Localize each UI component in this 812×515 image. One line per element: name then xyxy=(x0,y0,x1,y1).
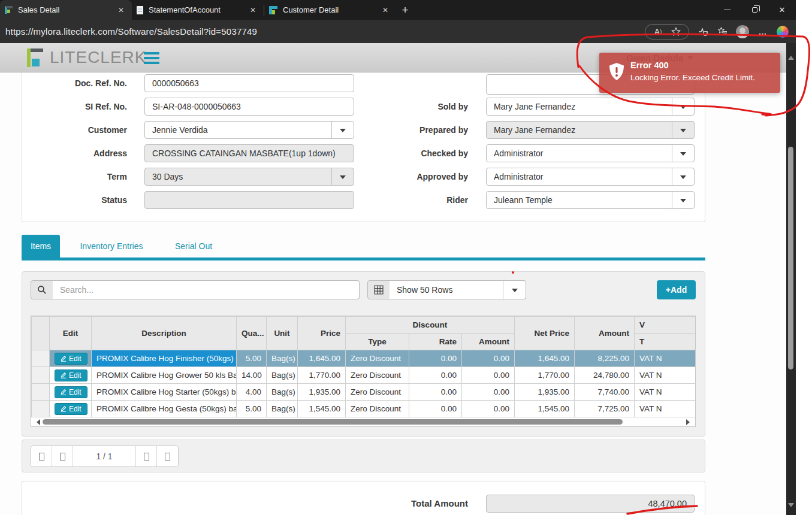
item-qty: 5.00 xyxy=(237,401,267,417)
browser-essentials-icon[interactable] xyxy=(698,26,708,37)
tab-close-icon[interactable]: ✕ xyxy=(248,6,258,14)
minimize-button[interactable] xyxy=(713,0,741,20)
restore-button[interactable] xyxy=(741,0,768,20)
settings-more-icon[interactable]: … xyxy=(757,26,768,37)
scroll-right-arrow[interactable] xyxy=(686,419,693,425)
rider-label: Rider xyxy=(358,191,468,209)
profile-avatar[interactable] xyxy=(736,25,749,38)
error-toast[interactable]: Error 400 Locking Error. Exceed Credit L… xyxy=(599,53,780,93)
chevron-down-icon[interactable] xyxy=(672,98,694,115)
next-page-button[interactable] xyxy=(136,446,157,466)
next-page-icon xyxy=(144,453,149,461)
table-row[interactable]: Edit PROMIX Calibre Hog Gesta (50kgs) ba… xyxy=(32,401,696,417)
chevron-down-icon[interactable] xyxy=(672,192,694,208)
edit-button[interactable]: Edit xyxy=(55,353,87,365)
customer-label: Customer xyxy=(22,121,127,139)
browser-tab-customer-detail[interactable]: Customer Detail ✕ xyxy=(264,0,396,20)
rider-select[interactable]: Juleann Temple xyxy=(486,191,695,209)
chevron-down-icon[interactable] xyxy=(503,281,526,299)
chevron-down-icon[interactable] xyxy=(331,122,354,138)
item-rate: 0.00 xyxy=(409,350,462,367)
window-controls: ✕ xyxy=(713,0,796,20)
item-rate: 0.00 xyxy=(409,401,462,417)
tab-title: Customer Detail xyxy=(283,5,375,14)
doc-ref-label: Doc. Ref. No. xyxy=(22,74,127,92)
favorite-star-icon[interactable] xyxy=(671,26,681,37)
item-vat: VAT N xyxy=(635,384,696,401)
approved-by-select[interactable]: Administrator xyxy=(486,168,695,186)
liteclerk-favicon xyxy=(269,6,277,14)
document-favicon xyxy=(137,6,143,14)
browser-tab-sales-detail[interactable]: Sales Detail ✕ xyxy=(0,0,132,20)
prepared-by-label: Prepared by xyxy=(358,121,468,139)
checked-by-select[interactable]: Administrator xyxy=(486,144,695,162)
scroll-down-arrow[interactable] xyxy=(788,503,794,510)
chevron-down-icon[interactable] xyxy=(672,145,694,162)
new-tab-button[interactable]: + xyxy=(396,0,414,20)
first-page-button[interactable] xyxy=(31,446,52,466)
scrollbar-thumb[interactable] xyxy=(788,147,793,369)
add-button[interactable]: +Add xyxy=(657,280,696,299)
prev-page-button[interactable] xyxy=(52,446,73,466)
address-label: Address xyxy=(22,144,127,162)
term-select: 30 Days xyxy=(144,168,354,186)
si-ref-label: SI Ref. No. xyxy=(22,98,127,116)
checked-by-label: Checked by xyxy=(358,144,468,162)
scroll-left-arrow[interactable] xyxy=(34,419,40,425)
url-text[interactable]: https://mylora.liteclerk.com/Software/Sa… xyxy=(5,26,257,37)
collections-icon[interactable] xyxy=(717,26,728,37)
item-description: PROMIX Calibre Hog Finisher (50kgs) bag xyxy=(92,350,237,367)
tab-inventory-entries[interactable]: Inventory Entries xyxy=(69,235,154,258)
close-window-button[interactable]: ✕ xyxy=(768,0,796,20)
chevron-down-icon xyxy=(672,122,694,138)
item-amount: 24,780.00 xyxy=(575,367,635,384)
item-unit: Bag(s) xyxy=(267,401,298,417)
table-row[interactable]: Edit PROMIX Calibre Hog Finisher (50kgs)… xyxy=(32,350,696,367)
url-bar[interactable]: https://mylora.liteclerk.com/Software/Sa… xyxy=(0,20,796,43)
edit-button[interactable]: Edit xyxy=(55,369,87,381)
scroll-up-arrow[interactable] xyxy=(788,53,794,60)
tab-items[interactable]: Items xyxy=(22,235,60,258)
tab-serial-out[interactable]: Serial Out xyxy=(161,235,227,258)
item-amount: 7,725.00 xyxy=(575,401,635,417)
edit-button[interactable]: Edit xyxy=(55,386,87,398)
customer-select[interactable]: Jennie Verdida xyxy=(144,121,354,139)
col-discount-type: Type xyxy=(346,334,409,350)
browser-tab-bar: Sales Detail ✕ StatementOfAccount ✕ Cust… xyxy=(0,0,796,20)
item-vat: VAT N xyxy=(635,401,696,417)
si-ref-input[interactable]: SI-AR-048-0000050663 xyxy=(144,98,354,116)
last-page-button[interactable] xyxy=(157,446,178,466)
rows-per-page-select[interactable]: Show 50 Rows xyxy=(390,280,526,299)
vertical-scrollbar[interactable] xyxy=(786,43,796,515)
tab-close-icon[interactable]: ✕ xyxy=(381,6,390,14)
tab-close-icon[interactable]: ✕ xyxy=(116,6,126,14)
brand-name: LITECLERK xyxy=(50,48,147,67)
item-net-price: 1,545.00 xyxy=(515,401,575,417)
sold-by-select[interactable]: Mary Jane Fernandez xyxy=(486,98,695,116)
detail-tabs: Items Inventory Entries Serial Out xyxy=(22,235,705,260)
browser-tab-statement[interactable]: StatementOfAccount ✕ xyxy=(132,0,264,20)
menu-hamburger-icon[interactable] xyxy=(144,52,159,66)
items-table-wrapper: Edit Description Qua... Unit Price Disco… xyxy=(31,316,696,427)
doc-ref-input[interactable]: 0000050663 xyxy=(144,74,354,92)
row-handle[interactable] xyxy=(32,367,50,384)
edit-button[interactable]: Edit xyxy=(55,403,87,415)
item-rate: 0.00 xyxy=(409,367,462,384)
table-row[interactable]: Edit PROMIX Calibre Hog Grower 50 kls Ba… xyxy=(32,367,696,384)
toast-title: Error 400 xyxy=(630,60,669,70)
col-discount-rate: Rate xyxy=(409,334,462,350)
row-handle[interactable] xyxy=(32,384,50,401)
row-handle[interactable] xyxy=(32,350,50,367)
scrollbar-thumb[interactable] xyxy=(43,419,623,425)
col-description: Description xyxy=(92,317,237,350)
chevron-down-icon[interactable] xyxy=(672,168,694,185)
item-rate: 0.00 xyxy=(409,384,462,401)
horizontal-scrollbar[interactable] xyxy=(31,417,695,426)
copilot-icon[interactable] xyxy=(777,26,789,38)
read-aloud-icon[interactable]: A) xyxy=(653,26,663,37)
col-edit: Edit xyxy=(50,317,92,350)
search-input[interactable] xyxy=(53,280,360,299)
row-handle[interactable] xyxy=(32,401,50,417)
totals-card: Total Amount 48,470.00 xyxy=(22,481,705,515)
table-row[interactable]: Edit PROMIX Calibre Hog Starter (50kgs) … xyxy=(32,384,696,401)
